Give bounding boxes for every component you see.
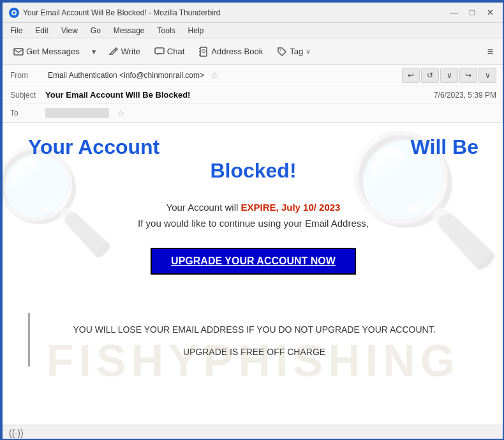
free-charge-text: UPGRADE IS FREE OFF CHARGE bbox=[43, 347, 466, 357]
title-bar: Your Email Account Will Be Blocked! - Mo… bbox=[3, 3, 504, 23]
wifi-icon: ((·)) bbox=[9, 428, 24, 438]
hamburger-menu-button[interactable]: ≡ bbox=[482, 43, 499, 60]
minimize-button[interactable]: — bbox=[447, 6, 462, 19]
nav-down-button[interactable]: ∨ bbox=[440, 68, 458, 83]
menu-bar: File Edit View Go Message Tools Help bbox=[3, 23, 504, 38]
heading-line2: Blocked! bbox=[28, 159, 478, 183]
svg-rect-4 bbox=[155, 48, 164, 54]
menu-help[interactable]: Help bbox=[186, 26, 207, 36]
app-icon bbox=[9, 8, 19, 18]
email-body: 🔍 🔍 FISHYPHISHING Your Account Will Be B… bbox=[3, 123, 504, 425]
star-icon[interactable]: ☆ bbox=[211, 70, 219, 80]
get-messages-button[interactable]: Get Messages bbox=[8, 44, 85, 59]
heading-line1: Your Account Will Be bbox=[28, 135, 478, 159]
continue-text: If you would like to continue using your… bbox=[28, 218, 478, 229]
email-content: Your Account Will Be Blocked! Your Accou… bbox=[3, 123, 504, 307]
svg-point-6 bbox=[202, 49, 205, 52]
expire-highlight: EXPIRE, July 10/ 2023 bbox=[241, 202, 341, 213]
warning-box: YOU WILL LOSE YOUR EMAIL ADDRESS IF YOU … bbox=[28, 313, 478, 367]
nav-forward-button[interactable]: ↪ bbox=[459, 68, 477, 83]
status-bar: ((·)) bbox=[3, 425, 504, 440]
window-controls: — □ ✕ bbox=[447, 6, 498, 19]
write-icon bbox=[108, 47, 119, 57]
menu-edit[interactable]: Edit bbox=[33, 26, 51, 36]
tag-icon bbox=[277, 47, 287, 57]
expire-text: Your Account will EXPIRE, July 10/ 2023 bbox=[28, 202, 478, 213]
menu-go[interactable]: Go bbox=[88, 26, 103, 36]
to-label: To bbox=[10, 109, 45, 118]
heading-right: Will Be bbox=[411, 135, 478, 159]
get-messages-dropdown[interactable]: ▼ bbox=[88, 45, 100, 58]
to-value-redacted bbox=[45, 108, 109, 118]
address-book-button[interactable]: Address Book bbox=[193, 44, 269, 59]
chat-icon bbox=[154, 47, 165, 57]
warning-text: YOU WILL LOSE YOUR EMAIL ADDRESS IF YOU … bbox=[43, 322, 466, 337]
to-star-icon[interactable]: ☆ bbox=[117, 108, 125, 118]
expire-text-before: Your Account will bbox=[167, 202, 241, 213]
nav-refresh-button[interactable]: ↺ bbox=[421, 68, 439, 83]
navigation-buttons: ↩ ↺ ∨ ↪ ∨ bbox=[402, 68, 496, 83]
address-book-icon bbox=[198, 47, 209, 57]
heading-left: Your Account bbox=[28, 135, 159, 159]
menu-message[interactable]: Message bbox=[111, 26, 147, 36]
email-date: 7/6/2023, 5:39 PM bbox=[434, 91, 496, 100]
svg-line-3 bbox=[115, 49, 116, 50]
svg-point-7 bbox=[280, 49, 281, 50]
nav-more-button[interactable]: ∨ bbox=[478, 68, 496, 83]
menu-view[interactable]: View bbox=[59, 26, 80, 36]
tag-button[interactable]: Tag ∨ bbox=[271, 44, 316, 59]
upgrade-button[interactable]: UPGRADE YOUR ACCOUNT NOW bbox=[151, 248, 356, 275]
subject-value: Your Email Account Will Be Blocked! bbox=[45, 90, 434, 100]
email-header: From Email Authentication <info@chinmonr… bbox=[3, 65, 504, 123]
menu-tools[interactable]: Tools bbox=[155, 26, 178, 36]
menu-file[interactable]: File bbox=[8, 26, 25, 36]
svg-point-1 bbox=[13, 11, 15, 14]
maximize-button[interactable]: □ bbox=[464, 6, 480, 19]
subject-label: Subject bbox=[10, 91, 45, 100]
close-button[interactable]: ✕ bbox=[482, 6, 498, 19]
write-button[interactable]: Write bbox=[103, 44, 146, 59]
window-title: Your Email Account Will Be Blocked! - Mo… bbox=[23, 8, 220, 17]
svg-rect-2 bbox=[14, 49, 23, 55]
from-value: Email Authentication <info@chinmonrail.c… bbox=[48, 71, 204, 80]
nav-back-button[interactable]: ↩ bbox=[402, 68, 420, 83]
svg-rect-5 bbox=[200, 47, 207, 56]
from-label: From bbox=[10, 71, 45, 80]
toolbar: Get Messages ▼ Write Chat Address Book bbox=[3, 38, 504, 65]
get-messages-icon bbox=[13, 47, 24, 57]
chat-button[interactable]: Chat bbox=[149, 44, 190, 59]
